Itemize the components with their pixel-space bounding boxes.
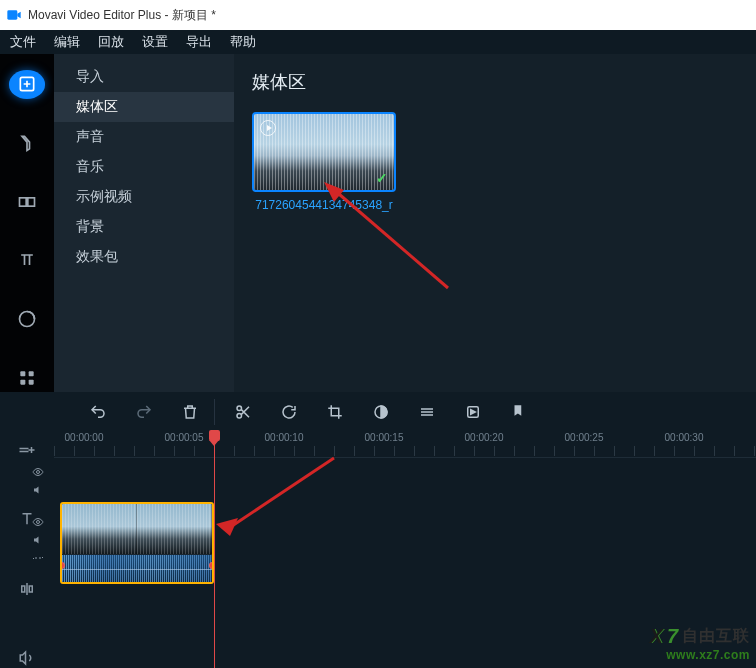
checkmark-icon: ✓ <box>376 170 388 186</box>
marker-icon[interactable] <box>509 402 529 422</box>
delete-icon[interactable] <box>180 402 200 422</box>
timeline-ruler[interactable]: 00:00:00 00:00:05 00:00:10 00:00:15 00:0… <box>54 432 756 458</box>
clip-frame-thumbnail <box>62 504 137 554</box>
ruler-tick: 00:00:30 <box>665 432 704 443</box>
timeline-clip[interactable] <box>60 502 214 584</box>
menu-export[interactable]: 导出 <box>186 33 212 51</box>
timeline-area: 00:00:00 00:00:05 00:00:10 00:00:15 00:0… <box>0 392 756 668</box>
timeline-main[interactable]: 00:00:00 00:00:05 00:00:10 00:00:15 00:0… <box>54 432 756 668</box>
eye-icon[interactable] <box>32 516 44 530</box>
menubar: 文件 编辑 回放 设置 导出 帮助 <box>0 30 756 54</box>
media-clip-label: 7172604544134745348_r <box>252 198 396 214</box>
app-logo-icon <box>6 7 22 23</box>
transitions-icon[interactable] <box>9 187 45 216</box>
crop-icon[interactable] <box>325 402 345 422</box>
media-panel-heading: 媒体区 <box>252 70 738 94</box>
svg-rect-8 <box>29 379 34 384</box>
timeline-toolbar <box>0 392 756 432</box>
category-sidebar: 导入 媒体区 声音 音乐 示例视频 背景 效果包 <box>54 54 234 392</box>
menu-file[interactable]: 文件 <box>10 33 36 51</box>
clip-audio-waveform <box>62 554 212 582</box>
mute-icon[interactable] <box>32 484 44 498</box>
ruler-tick: 00:00:15 <box>365 432 404 443</box>
svg-point-20 <box>37 471 40 474</box>
main-area: 导入 媒体区 声音 音乐 示例视频 背景 效果包 媒体区 ✓ 717260454… <box>0 54 756 392</box>
menu-playback[interactable]: 回放 <box>98 33 124 51</box>
extra-audio-track[interactable] <box>54 584 756 610</box>
left-rail <box>0 54 54 392</box>
eye-icon[interactable] <box>32 466 44 480</box>
clip-frame-thumbnail <box>137 504 212 554</box>
svg-rect-5 <box>20 371 25 376</box>
svg-rect-0 <box>7 10 17 19</box>
ruler-tick: 00:00:20 <box>465 432 504 443</box>
redo-icon[interactable] <box>134 402 154 422</box>
ruler-tick: 00:00:00 <box>65 432 104 443</box>
svg-rect-17 <box>22 586 25 592</box>
unlink-icon[interactable] <box>32 552 44 566</box>
titlebar: Movavi Video Editor Plus - 新项目 * <box>0 0 756 30</box>
filters-icon[interactable] <box>9 129 45 158</box>
menu-help[interactable]: 帮助 <box>230 33 256 51</box>
play-icon <box>260 120 276 136</box>
svg-point-21 <box>37 521 40 524</box>
stickers-icon[interactable] <box>9 305 45 334</box>
mute-icon[interactable] <box>32 534 44 548</box>
ruler-tick: 00:00:10 <box>265 432 304 443</box>
svg-rect-2 <box>20 198 27 206</box>
media-clip-thumbnail[interactable]: ✓ <box>252 112 396 192</box>
titles-icon[interactable] <box>9 246 45 275</box>
svg-rect-18 <box>29 586 32 592</box>
align-track-icon[interactable] <box>16 579 38 599</box>
ruler-tick: 00:00:05 <box>165 432 204 443</box>
svg-rect-6 <box>29 371 34 376</box>
import-icon[interactable] <box>9 70 45 99</box>
add-track-icon[interactable] <box>16 440 38 460</box>
sidebar-item-media[interactable]: 媒体区 <box>54 92 234 122</box>
menu-edit[interactable]: 编辑 <box>54 33 80 51</box>
playhead[interactable] <box>214 432 215 668</box>
text-track[interactable] <box>54 458 756 502</box>
sidebar-item-music[interactable]: 音乐 <box>54 152 234 182</box>
media-clip[interactable]: ✓ 7172604544134745348_r <box>252 112 396 214</box>
svg-rect-7 <box>20 379 25 384</box>
audio-track-icon[interactable] <box>16 649 38 669</box>
sidebar-item-background[interactable]: 背景 <box>54 212 234 242</box>
sidebar-item-effects-pack[interactable]: 效果包 <box>54 242 234 272</box>
menu-settings[interactable]: 设置 <box>142 33 168 51</box>
video-track[interactable] <box>54 502 756 584</box>
clip-properties-icon[interactable] <box>417 402 437 422</box>
media-panel: 媒体区 ✓ 7172604544134745348_r .arrow1:firs… <box>234 54 756 392</box>
sidebar-item-sample-video[interactable]: 示例视频 <box>54 182 234 212</box>
rotate-icon[interactable] <box>279 402 299 422</box>
window-title: Movavi Video Editor Plus - 新项目 * <box>28 7 216 24</box>
ruler-tick: 00:00:25 <box>565 432 604 443</box>
more-apps-icon[interactable] <box>9 363 45 392</box>
undo-icon[interactable] <box>88 402 108 422</box>
svg-rect-3 <box>28 198 35 206</box>
record-voiceover-icon[interactable] <box>463 402 483 422</box>
cut-icon[interactable] <box>233 402 253 422</box>
color-adjust-icon[interactable] <box>371 402 391 422</box>
sidebar-item-import[interactable]: 导入 <box>54 62 234 92</box>
sidebar-item-sound[interactable]: 声音 <box>54 122 234 152</box>
